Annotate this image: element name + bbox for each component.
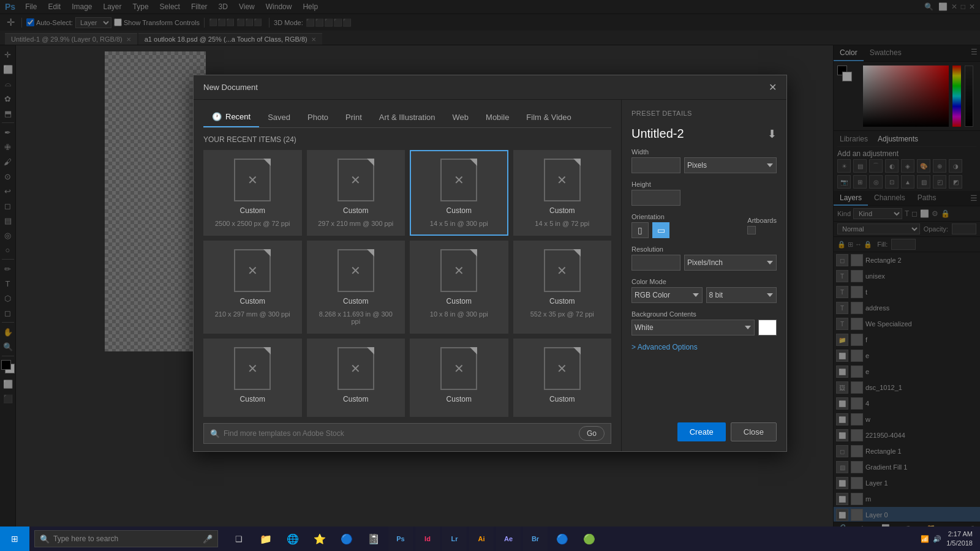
recent-item-icon <box>440 159 477 201</box>
taskbar-chrome[interactable]: 🔵 <box>334 527 359 551</box>
taskbar-indesign[interactable]: Id <box>415 527 440 551</box>
recent-item-icon <box>337 347 374 390</box>
category-tab-web[interactable]: Web <box>444 107 478 127</box>
advanced-options-toggle[interactable]: > Advanced Options <box>631 343 777 351</box>
recent-item-icon <box>234 159 271 201</box>
taskbar-photoshop[interactable]: Ps <box>388 527 413 551</box>
recent-grid: Custom 2500 x 2500 px @ 72 ppi Custom 29… <box>203 150 611 417</box>
taskbar: ⊞ 🔍 Type here to search 🎤 ❑ 📁 🌐 ⭐ 🔵 📓 Ps… <box>0 527 980 551</box>
height-input[interactable]: 1500 <box>631 190 680 206</box>
taskbar-store[interactable]: ⭐ <box>307 527 332 551</box>
network-icon[interactable]: 📶 <box>921 535 929 543</box>
category-tab-saved[interactable]: Saved <box>259 107 299 127</box>
close-dialog-button[interactable]: Close <box>731 422 777 441</box>
recent-item[interactable]: Custom 2500 x 2500 px @ 72 ppi <box>203 150 302 236</box>
dialog-title-bar: New Document ✕ <box>194 75 786 100</box>
dialog-overlay: New Document ✕ 🕐RecentSavedPhotoPrintArt… <box>0 0 980 527</box>
dialog-close-x-button[interactable]: ✕ <box>769 81 777 93</box>
taskbar-task-view[interactable]: ❑ <box>227 527 251 551</box>
portrait-button[interactable]: ▯ <box>631 222 649 238</box>
bg-contents-row: White Black Transparent Background Color <box>631 320 777 335</box>
taskbar-unk2[interactable]: 🟢 <box>577 527 601 551</box>
new-document-dialog: New Document ✕ 🕐RecentSavedPhotoPrintArt… <box>193 75 787 452</box>
template-search-input[interactable] <box>224 429 575 438</box>
taskbar-unk1[interactable]: 🔵 <box>550 527 575 551</box>
recent-item[interactable]: Custom <box>203 339 302 417</box>
height-field: Height 1500 <box>631 181 777 206</box>
dialog-category-tabs: 🕐RecentSavedPhotoPrintArt & Illustration… <box>203 107 611 128</box>
recent-item-name: Custom <box>343 297 368 305</box>
time-display: 2:17 AM <box>946 530 973 539</box>
category-tab-print[interactable]: Print <box>337 107 371 127</box>
color-mode-field: Color Mode RGB Color CMYK Color Grayscal… <box>631 278 777 303</box>
recent-item-size: 297 x 210 mm @ 300 ppi <box>318 220 393 227</box>
resolution-input[interactable]: 300 <box>631 255 680 271</box>
recent-item-name: Custom <box>549 297 575 305</box>
orientation-buttons: ▯ ▭ <box>631 222 734 238</box>
recent-item[interactable]: Custom 297 x 210 mm @ 300 ppi <box>307 150 405 236</box>
taskbar-search-box[interactable]: 🔍 Type here to search 🎤 <box>34 530 218 547</box>
clock: 2:17 AM 1/5/2018 <box>946 530 973 549</box>
orientation-field: Orientation ▯ ▭ <box>631 213 734 238</box>
recent-item-name: Custom <box>343 206 368 215</box>
recent-item[interactable]: Custom <box>513 339 612 417</box>
category-tab-recent[interactable]: 🕐Recent <box>203 107 259 127</box>
category-tab-filmvideo[interactable]: Film & Video <box>518 107 579 127</box>
microphone-icon[interactable]: 🎤 <box>203 534 213 544</box>
recent-item[interactable]: Custom 14 x 5 in @ 300 ppi <box>410 150 508 236</box>
system-tray-icons: 📶 🔊 <box>921 535 941 543</box>
taskbar-illustrator[interactable]: Ai <box>469 527 494 551</box>
recent-item-name: Custom <box>240 395 265 403</box>
save-preset-button[interactable]: ⬇ <box>767 127 777 141</box>
go-button[interactable]: Go <box>579 426 605 441</box>
bg-contents-select[interactable]: White Black Transparent Background Color <box>631 320 755 335</box>
color-mode-select[interactable]: RGB Color CMYK Color Grayscale <box>631 287 703 303</box>
bg-contents-field: Background Contents White Black Transpar… <box>631 310 777 335</box>
recent-item[interactable]: Custom <box>410 339 508 417</box>
dialog-body: 🕐RecentSavedPhotoPrintArt & Illustration… <box>194 100 786 451</box>
taskbar-br[interactable]: Br <box>523 527 548 551</box>
dialog-title: New Document <box>203 83 258 92</box>
recent-item-icon <box>337 249 374 292</box>
recent-item-icon <box>234 249 271 292</box>
recent-item[interactable]: Custom 14 x 5 in @ 72 ppi <box>513 150 612 236</box>
recent-item-icon <box>234 347 271 390</box>
recent-item[interactable]: Custom <box>307 339 405 417</box>
taskbar-lightroom[interactable]: Lr <box>442 527 467 551</box>
recent-item[interactable]: Custom 10 x 8 in @ 300 ppi <box>410 241 508 334</box>
create-button[interactable]: Create <box>677 422 726 441</box>
dialog-left-section: 🕐RecentSavedPhotoPrintArt & Illustration… <box>194 100 621 451</box>
taskbar-ae[interactable]: Ae <box>496 527 521 551</box>
width-unit-select[interactable]: Pixels Inches cm mm <box>684 157 777 173</box>
recent-item[interactable]: Custom 552 x 35 px @ 72 ppi <box>513 241 612 334</box>
recent-item-name: Custom <box>240 297 265 305</box>
taskbar-onenote[interactable]: 📓 <box>361 527 386 551</box>
category-tab-photo[interactable]: Photo <box>299 107 337 127</box>
recent-item-size: 14 x 5 in @ 72 ppi <box>535 220 589 227</box>
bg-color-preview[interactable] <box>758 320 777 335</box>
search-icon: 🔍 <box>210 429 220 438</box>
width-field: Width 4200 Pixels Inches cm mm <box>631 148 777 173</box>
artboards-checkbox[interactable] <box>747 226 756 234</box>
recent-item-icon <box>440 249 477 292</box>
bit-depth-select[interactable]: 8 bit 16 bit 32 bit <box>706 287 777 303</box>
recent-item[interactable]: Custom 210 x 297 mm @ 300 ppi <box>203 241 302 334</box>
start-button[interactable]: ⊞ <box>0 527 29 551</box>
width-input[interactable]: 4200 <box>631 157 680 173</box>
category-tab-mobile[interactable]: Mobile <box>477 107 518 127</box>
taskbar-edge[interactable]: 🌐 <box>281 527 305 551</box>
recent-section-label: YOUR RECENT ITEMS (24) <box>203 135 611 144</box>
recent-item-name: Custom <box>549 395 575 403</box>
sound-icon[interactable]: 🔊 <box>933 535 941 543</box>
artboards-field: Artboards <box>747 217 777 234</box>
recent-item-name: Custom <box>549 206 575 215</box>
category-tab-artillustration[interactable]: Art & Illustration <box>371 107 444 127</box>
preset-details-label: PRESET DETAILS <box>631 110 777 117</box>
resolution-field: Resolution 300 Pixels/Inch Pixels/cm <box>631 246 777 271</box>
taskbar-file-explorer[interactable]: 📁 <box>254 527 278 551</box>
resolution-unit-select[interactable]: Pixels/Inch Pixels/cm <box>684 255 777 271</box>
landscape-button[interactable]: ▭ <box>652 222 669 238</box>
dialog-action-buttons: Create Close <box>631 422 777 441</box>
recent-item[interactable]: Custom 8.268 x 11.693 in @ 300 ppi <box>307 241 405 334</box>
resolution-label: Resolution <box>631 246 777 253</box>
